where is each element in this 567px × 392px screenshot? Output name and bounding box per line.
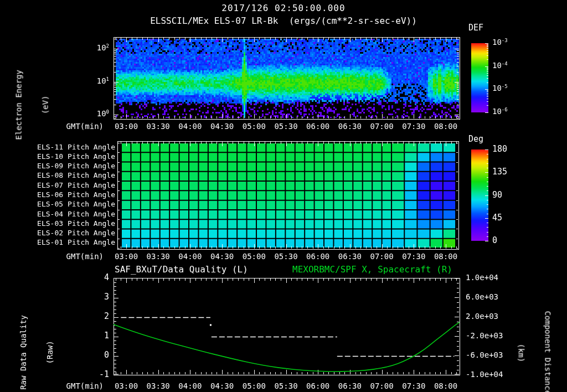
time-tick-pitch-07:00: 07:00: [367, 252, 398, 261]
time-tick-pitch-06:00: 06:00: [302, 252, 333, 261]
time-tick-spectrogram-06:30: 06:30: [334, 122, 365, 131]
distance-y-axis-label-line1: Component Distance: [543, 281, 552, 392]
distance-y-axis-label: Component Distance (km): [499, 281, 567, 392]
def-colorbar-title: DEF: [468, 23, 483, 33]
title-instrument-name: ELSSCIL/MEx ELS-07 LR-Bk: [150, 16, 278, 26]
time-tick-quality-03:00: 03:00: [111, 381, 142, 390]
def-colorbar-tick--5: 10-5: [492, 84, 525, 92]
distance-y-axis-label-line2: (km): [517, 281, 525, 392]
time-tick-quality-08:00: 08:00: [430, 381, 461, 390]
row-label-els-11: ELS-11 Pitch Angle: [32, 143, 115, 152]
time-tick-pitch-03:00: 03:00: [111, 252, 142, 261]
def-colorbar-tick--4: 10-4: [492, 61, 525, 70]
time-tick-quality-05:30: 05:30: [271, 381, 302, 390]
deg-colorbar-title: Deg: [468, 135, 483, 144]
time-tick-pitch-04:30: 04:30: [207, 252, 238, 261]
deg-colorbar-tick-45: 45: [492, 213, 514, 223]
row-label-els-03: ELS-03 Pitch Angle: [32, 220, 115, 228]
spectrogram-ytick-1e2: 102: [83, 43, 109, 52]
deg-colorbar-tick-90: 90: [492, 190, 514, 200]
quality-left-tick-4: 4: [83, 273, 109, 282]
row-label-els-06: ELS-06 Pitch Angle: [32, 191, 115, 199]
def-colorbar-tick--4-exp: -4: [502, 61, 508, 66]
def-colorbar-tick--3: 10-3: [492, 38, 525, 47]
spectrogram-ytick-1e2-exp: 2: [106, 43, 109, 49]
distance-right-tick-0: 1.0e+04: [466, 273, 507, 282]
quality-y-axis-label-line1: Raw Data Quality: [19, 291, 28, 392]
time-tick-quality-05:00: 05:00: [239, 381, 270, 390]
deg-colorbar-tick-135: 135: [492, 167, 514, 177]
spectrogram-y-axis-label-line1: Electron Energy: [14, 49, 23, 160]
row-label-els-08: ELS-08 Pitch Angle: [32, 172, 115, 180]
distance-right-tick-2: 2.0e+03: [466, 312, 507, 321]
time-tick-quality-04:30: 04:30: [207, 381, 238, 390]
gmt-label-pitch: GMT(min): [59, 252, 104, 261]
time-tick-spectrogram-07:00: 07:00: [367, 122, 398, 131]
time-tick-spectrogram-04:00: 04:00: [174, 122, 205, 131]
time-tick-spectrogram-03:00: 03:00: [111, 122, 142, 131]
quality-left-tick-1: 1: [83, 331, 109, 341]
quality-panel-right-title: MEXORBMC/SPF X, Spacecraft (R): [292, 265, 452, 275]
time-tick-pitch-05:30: 05:30: [271, 252, 302, 261]
time-tick-pitch-08:00: 08:00: [430, 252, 461, 261]
title-units: (ergs/(cm**2-sr-sec-eV)): [278, 16, 416, 26]
quality-left-tick-0: 0: [83, 350, 109, 360]
row-label-els-04: ELS-04 Pitch Angle: [32, 210, 115, 219]
time-tick-quality-03:30: 03:30: [143, 381, 174, 390]
distance-right-tick-5: -1.0e+04: [466, 370, 507, 379]
time-tick-spectrogram-06:00: 06:00: [302, 122, 333, 131]
def-colorbar-tick--6-exp: -6: [502, 107, 508, 112]
time-tick-quality-07:30: 07:30: [398, 381, 429, 390]
time-tick-spectrogram-08:00: 08:00: [430, 122, 461, 131]
quality-y-axis-label-line2: (Raw): [45, 291, 54, 392]
gmt-label-quality: GMT(min): [59, 381, 104, 390]
time-tick-spectrogram-05:30: 05:30: [271, 122, 302, 131]
spectrogram-ytick-1e0-exp: 0: [106, 109, 109, 115]
distance-right-tick-1: 6.0e+03: [466, 292, 507, 301]
def-colorbar-tick--6: 10-6: [492, 107, 525, 116]
quality-left-tick-3: 3: [83, 292, 109, 302]
spectrogram-ytick-1e0: 100: [83, 109, 109, 118]
def-colorbar-tick--5-exp: -5: [502, 84, 508, 89]
time-tick-quality-06:00: 06:00: [302, 381, 333, 390]
def-colorbar-tick--3-exp: -3: [502, 38, 508, 43]
time-tick-quality-06:30: 06:30: [334, 381, 365, 390]
title-datetime: 2017/126 02:50:00.000: [0, 3, 567, 13]
time-tick-pitch-05:00: 05:00: [239, 252, 270, 261]
quality-left-tick--1: -1: [83, 370, 109, 379]
gmt-label-spectrogram: GMT(min): [59, 122, 104, 131]
deg-colorbar-tick-180: 180: [492, 145, 514, 154]
row-label-els-10: ELS-10 Pitch Angle: [32, 153, 115, 161]
plot-screen: 2017/126 02:50:00.000 ELSSCIL/MEx ELS-07…: [0, 0, 567, 392]
time-tick-spectrogram-07:30: 07:30: [398, 122, 429, 131]
quality-left-tick-2: 2: [83, 312, 109, 321]
time-tick-pitch-06:30: 06:30: [334, 252, 365, 261]
row-label-els-02: ELS-02 Pitch Angle: [32, 229, 115, 238]
spectrogram-ytick-1e1-exp: 1: [106, 76, 109, 82]
time-tick-pitch-07:30: 07:30: [398, 252, 429, 261]
time-tick-quality-07:00: 07:00: [367, 381, 398, 390]
spectrogram-ytick-1e1: 101: [83, 76, 109, 85]
time-tick-spectrogram-05:00: 05:00: [239, 122, 270, 131]
time-tick-pitch-04:00: 04:00: [174, 252, 205, 261]
quality-panel-left-title: SAF_BXuT/Data Quality (L): [115, 265, 248, 275]
time-tick-spectrogram-04:30: 04:30: [207, 122, 238, 131]
quality-y-axis-label: Raw Data Quality (Raw): [1, 291, 73, 392]
time-tick-spectrogram-03:30: 03:30: [143, 122, 174, 131]
row-label-els-07: ELS-07 Pitch Angle: [32, 182, 115, 190]
row-label-els-05: ELS-05 Pitch Angle: [32, 200, 115, 209]
time-tick-quality-04:00: 04:00: [174, 381, 205, 390]
row-label-els-09: ELS-09 Pitch Angle: [32, 162, 115, 171]
deg-colorbar-tick-0: 0: [492, 236, 514, 245]
time-tick-pitch-03:30: 03:30: [143, 252, 174, 261]
row-label-els-01: ELS-01 Pitch Angle: [32, 239, 115, 247]
distance-right-tick-4: -6.0e+03: [466, 350, 507, 359]
distance-right-tick-3: -2.0e+03: [466, 331, 507, 340]
